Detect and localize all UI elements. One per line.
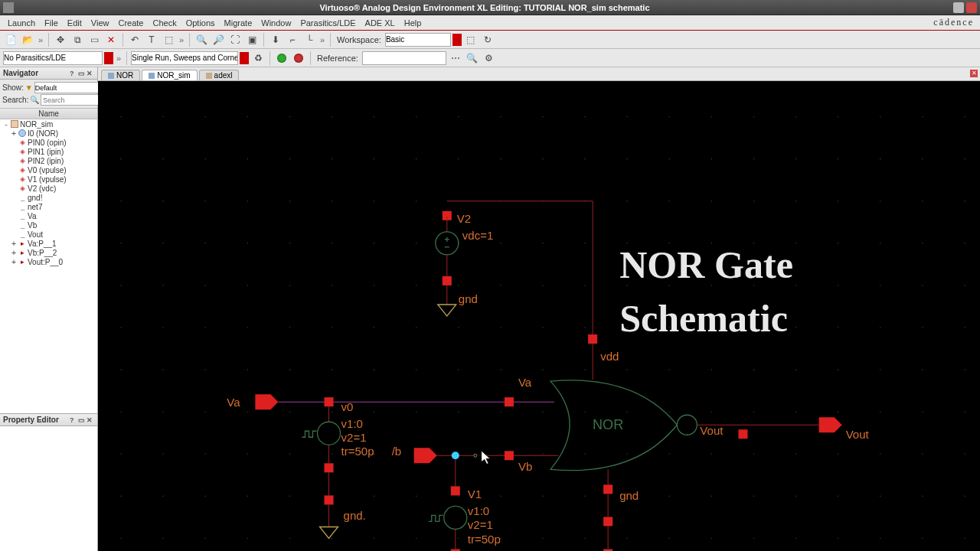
navigator-tree[interactable]: -NOR_sim+I0 (NOR)◈PIN0 (opin)◈PIN1 (ipin…	[0, 119, 97, 413]
prop-close-button[interactable]: ✕	[87, 416, 94, 424]
property-editor-body	[0, 426, 97, 551]
reference-find-button[interactable]: 🔍	[465, 51, 480, 66]
toolbar-expand-1[interactable]: »	[37, 35, 44, 44]
menu-view[interactable]: View	[87, 17, 114, 29]
tree-item[interactable]: +▸Vb:P__2	[0, 248, 97, 257]
workspace-combo[interactable]	[385, 33, 451, 47]
hier-down-button[interactable]: ⬇	[268, 32, 283, 47]
toolbar2-expand-1[interactable]: »	[115, 54, 122, 63]
zoom-fit-button[interactable]: ⛶	[227, 32, 243, 47]
nav-help-button[interactable]: ?	[70, 70, 77, 77]
svg-point-83	[964, 243, 965, 244]
tree-item[interactable]: +▸Vout:P__0	[0, 257, 97, 266]
vdc-source[interactable]	[436, 232, 459, 255]
tree-item[interactable]: -NOR_sim	[0, 119, 97, 129]
menu-help[interactable]: Help	[400, 17, 426, 29]
input-pin-va[interactable]	[255, 394, 278, 409]
svg-point-34	[668, 158, 670, 160]
terminal[interactable]	[451, 486, 460, 495]
menu-adexl[interactable]: ADE XL	[361, 17, 400, 29]
tree-item[interactable]: ⎯gnd!	[0, 193, 97, 202]
output-pin-vout[interactable]	[819, 417, 842, 432]
tab-nor[interactable]: NOR	[101, 70, 140, 80]
tree-item[interactable]: ⎯Va	[0, 211, 97, 220]
run-button[interactable]	[274, 51, 289, 66]
prop-help-button[interactable]: ?	[70, 416, 77, 424]
terminal[interactable]	[588, 334, 597, 344]
toolbar-expand-3[interactable]: »	[318, 35, 326, 44]
wire2-button[interactable]: └	[302, 32, 317, 47]
workspace-revert-button[interactable]: ↻	[480, 32, 495, 47]
workspace-save-button[interactable]: ⬚	[463, 32, 479, 47]
undo-button[interactable]: ↶	[127, 32, 142, 47]
menu-window[interactable]: Window	[256, 17, 296, 29]
terminal[interactable]	[325, 397, 334, 406]
menu-parasitics[interactable]: Parasitics/LDE	[296, 17, 360, 29]
terminal[interactable]	[325, 495, 334, 504]
tree-item[interactable]: +I0 (NOR)	[0, 129, 97, 138]
terminal[interactable]	[603, 517, 612, 526]
toolbar-expand-2[interactable]: »	[178, 35, 185, 44]
zoom-out-button[interactable]: 🔎	[211, 32, 226, 47]
terminal[interactable]	[603, 484, 612, 494]
move-button[interactable]: ✥	[53, 32, 68, 47]
tree-item[interactable]: ◈PIN2 (ipin)	[0, 156, 97, 165]
text-button[interactable]: T	[144, 32, 159, 47]
copy-button[interactable]: ⧉	[70, 32, 85, 47]
nav-undock-button[interactable]: ▭	[78, 70, 86, 77]
runmode-dropdown[interactable]	[240, 52, 249, 64]
nav-close-button[interactable]: ✕	[87, 70, 94, 77]
vpulse-v0[interactable]	[302, 422, 340, 445]
tree-item[interactable]: ⎯Vb	[0, 220, 97, 230]
delete-button[interactable]: ✕	[103, 32, 119, 47]
schematic-canvas[interactable]: NOR Gate Schematic V2 vdc=1	[98, 81, 980, 551]
vpulse-v1[interactable]	[429, 506, 467, 529]
tree-item[interactable]: ◈PIN0 (opin)	[0, 138, 97, 147]
terminal[interactable]	[505, 451, 514, 460]
zoom-in-button[interactable]: 🔍	[194, 32, 209, 47]
menu-options[interactable]: Options	[181, 17, 220, 29]
close-button[interactable]	[966, 2, 977, 13]
tab-nor-sim[interactable]: NOR_sim	[142, 70, 197, 80]
tabs-close-button[interactable]: ✕	[970, 70, 978, 77]
terminal[interactable]	[738, 429, 747, 439]
menu-check[interactable]: Check	[148, 17, 181, 29]
stop-button[interactable]	[291, 51, 306, 66]
tree-item[interactable]: ⎯Vout	[0, 230, 97, 239]
runmode-refresh-button[interactable]: ♻	[250, 51, 266, 66]
input-pin-vb[interactable]	[414, 448, 437, 463]
tree-item[interactable]: ◈PIN1 (ipin)	[0, 147, 97, 156]
nor-gate[interactable]	[550, 344, 697, 484]
tree-item[interactable]: ◈V1 (vpulse)	[0, 174, 97, 184]
new-button[interactable]: 📄	[3, 32, 18, 47]
open-button[interactable]: 📂	[20, 32, 35, 47]
wire-button[interactable]: ⌐	[285, 32, 300, 47]
terminal[interactable]	[505, 397, 514, 406]
reference-input[interactable]	[362, 51, 446, 65]
nav-col-name[interactable]: Name	[0, 108, 97, 119]
zoom-sel-button[interactable]: ▣	[244, 32, 260, 47]
parasitics-combo[interactable]	[3, 51, 103, 65]
prop-undock-button[interactable]: ▭	[78, 416, 86, 424]
tree-item[interactable]: ◈V2 (vdc)	[0, 184, 97, 193]
menu-launch[interactable]: Launch	[3, 17, 40, 29]
runmode-combo[interactable]	[131, 51, 238, 65]
tab-adexl[interactable]: adexl	[199, 70, 240, 80]
menu-create[interactable]: Create	[113, 17, 148, 29]
tree-item[interactable]: ◈V0 (vpulse)	[0, 165, 97, 174]
minimize-button[interactable]	[953, 2, 964, 13]
props-button[interactable]: ⬚	[161, 32, 176, 47]
workspace-dropdown[interactable]	[452, 34, 462, 46]
menu-file[interactable]: File	[40, 17, 63, 29]
tree-item[interactable]: ⎯net7	[0, 202, 97, 211]
menu-edit[interactable]: Edit	[63, 17, 87, 29]
tree-item[interactable]: +▸Va:P__1	[0, 239, 97, 248]
stretch-button[interactable]: ▭	[87, 32, 102, 47]
terminal[interactable]	[325, 463, 334, 472]
selection-dot[interactable]	[452, 452, 459, 459]
parasitics-dropdown[interactable]	[104, 52, 113, 64]
menu-migrate[interactable]: Migrate	[220, 17, 257, 29]
terminal[interactable]	[443, 276, 452, 285]
reference-browse-button[interactable]: ⋯	[448, 51, 463, 66]
reference-settings-button[interactable]: ⚙	[482, 51, 497, 66]
